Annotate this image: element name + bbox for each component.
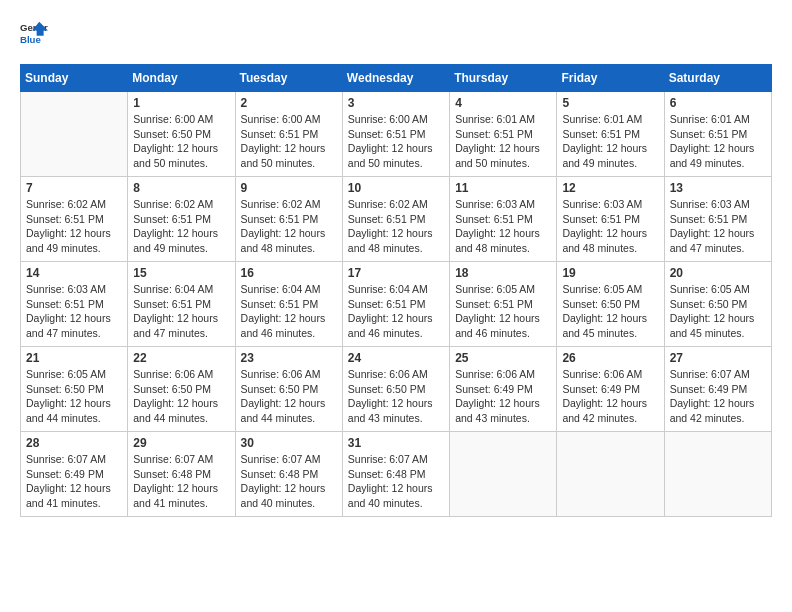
calendar-cell: 26Sunrise: 6:06 AM Sunset: 6:49 PM Dayli… <box>557 347 664 432</box>
logo-icon: GeneralBlue <box>20 20 48 48</box>
day-info: Sunrise: 6:06 AM Sunset: 6:49 PM Dayligh… <box>455 367 551 426</box>
calendar-cell <box>557 432 664 517</box>
day-info: Sunrise: 6:02 AM Sunset: 6:51 PM Dayligh… <box>348 197 444 256</box>
calendar-cell: 28Sunrise: 6:07 AM Sunset: 6:49 PM Dayli… <box>21 432 128 517</box>
calendar-cell: 18Sunrise: 6:05 AM Sunset: 6:51 PM Dayli… <box>450 262 557 347</box>
calendar-cell: 13Sunrise: 6:03 AM Sunset: 6:51 PM Dayli… <box>664 177 771 262</box>
calendar-cell: 16Sunrise: 6:04 AM Sunset: 6:51 PM Dayli… <box>235 262 342 347</box>
calendar-cell: 21Sunrise: 6:05 AM Sunset: 6:50 PM Dayli… <box>21 347 128 432</box>
day-info: Sunrise: 6:01 AM Sunset: 6:51 PM Dayligh… <box>562 112 658 171</box>
calendar-cell: 23Sunrise: 6:06 AM Sunset: 6:50 PM Dayli… <box>235 347 342 432</box>
day-number: 18 <box>455 266 551 280</box>
day-number: 6 <box>670 96 766 110</box>
calendar-week-4: 21Sunrise: 6:05 AM Sunset: 6:50 PM Dayli… <box>21 347 772 432</box>
day-info: Sunrise: 6:00 AM Sunset: 6:51 PM Dayligh… <box>348 112 444 171</box>
calendar-cell: 15Sunrise: 6:04 AM Sunset: 6:51 PM Dayli… <box>128 262 235 347</box>
calendar-cell <box>450 432 557 517</box>
calendar-cell: 24Sunrise: 6:06 AM Sunset: 6:50 PM Dayli… <box>342 347 449 432</box>
day-info: Sunrise: 6:02 AM Sunset: 6:51 PM Dayligh… <box>241 197 337 256</box>
calendar-cell: 6Sunrise: 6:01 AM Sunset: 6:51 PM Daylig… <box>664 92 771 177</box>
weekday-header-friday: Friday <box>557 65 664 92</box>
calendar-cell: 17Sunrise: 6:04 AM Sunset: 6:51 PM Dayli… <box>342 262 449 347</box>
calendar-cell: 5Sunrise: 6:01 AM Sunset: 6:51 PM Daylig… <box>557 92 664 177</box>
day-info: Sunrise: 6:05 AM Sunset: 6:50 PM Dayligh… <box>562 282 658 341</box>
day-number: 8 <box>133 181 229 195</box>
day-info: Sunrise: 6:04 AM Sunset: 6:51 PM Dayligh… <box>348 282 444 341</box>
calendar-cell: 10Sunrise: 6:02 AM Sunset: 6:51 PM Dayli… <box>342 177 449 262</box>
weekday-header-thursday: Thursday <box>450 65 557 92</box>
calendar-week-2: 7Sunrise: 6:02 AM Sunset: 6:51 PM Daylig… <box>21 177 772 262</box>
calendar-cell: 2Sunrise: 6:00 AM Sunset: 6:51 PM Daylig… <box>235 92 342 177</box>
calendar-cell: 25Sunrise: 6:06 AM Sunset: 6:49 PM Dayli… <box>450 347 557 432</box>
day-info: Sunrise: 6:00 AM Sunset: 6:50 PM Dayligh… <box>133 112 229 171</box>
day-number: 7 <box>26 181 122 195</box>
day-number: 16 <box>241 266 337 280</box>
logo: GeneralBlue <box>20 20 48 48</box>
calendar-cell: 3Sunrise: 6:00 AM Sunset: 6:51 PM Daylig… <box>342 92 449 177</box>
day-info: Sunrise: 6:00 AM Sunset: 6:51 PM Dayligh… <box>241 112 337 171</box>
day-number: 21 <box>26 351 122 365</box>
day-info: Sunrise: 6:07 AM Sunset: 6:48 PM Dayligh… <box>348 452 444 511</box>
day-number: 31 <box>348 436 444 450</box>
day-info: Sunrise: 6:01 AM Sunset: 6:51 PM Dayligh… <box>670 112 766 171</box>
calendar-cell <box>664 432 771 517</box>
day-info: Sunrise: 6:06 AM Sunset: 6:49 PM Dayligh… <box>562 367 658 426</box>
day-info: Sunrise: 6:02 AM Sunset: 6:51 PM Dayligh… <box>133 197 229 256</box>
day-info: Sunrise: 6:06 AM Sunset: 6:50 PM Dayligh… <box>348 367 444 426</box>
day-number: 11 <box>455 181 551 195</box>
calendar-cell: 29Sunrise: 6:07 AM Sunset: 6:48 PM Dayli… <box>128 432 235 517</box>
day-info: Sunrise: 6:01 AM Sunset: 6:51 PM Dayligh… <box>455 112 551 171</box>
day-info: Sunrise: 6:07 AM Sunset: 6:49 PM Dayligh… <box>670 367 766 426</box>
day-number: 20 <box>670 266 766 280</box>
day-info: Sunrise: 6:06 AM Sunset: 6:50 PM Dayligh… <box>241 367 337 426</box>
calendar-cell: 4Sunrise: 6:01 AM Sunset: 6:51 PM Daylig… <box>450 92 557 177</box>
day-number: 27 <box>670 351 766 365</box>
calendar-table: SundayMondayTuesdayWednesdayThursdayFrid… <box>20 64 772 517</box>
day-number: 19 <box>562 266 658 280</box>
day-info: Sunrise: 6:04 AM Sunset: 6:51 PM Dayligh… <box>133 282 229 341</box>
day-number: 29 <box>133 436 229 450</box>
day-info: Sunrise: 6:07 AM Sunset: 6:49 PM Dayligh… <box>26 452 122 511</box>
day-number: 3 <box>348 96 444 110</box>
day-number: 17 <box>348 266 444 280</box>
day-number: 24 <box>348 351 444 365</box>
day-number: 28 <box>26 436 122 450</box>
calendar-week-3: 14Sunrise: 6:03 AM Sunset: 6:51 PM Dayli… <box>21 262 772 347</box>
day-number: 15 <box>133 266 229 280</box>
day-info: Sunrise: 6:02 AM Sunset: 6:51 PM Dayligh… <box>26 197 122 256</box>
weekday-header-row: SundayMondayTuesdayWednesdayThursdayFrid… <box>21 65 772 92</box>
day-info: Sunrise: 6:07 AM Sunset: 6:48 PM Dayligh… <box>241 452 337 511</box>
weekday-header-saturday: Saturday <box>664 65 771 92</box>
day-number: 5 <box>562 96 658 110</box>
page-header: GeneralBlue <box>20 20 772 48</box>
day-number: 10 <box>348 181 444 195</box>
day-number: 12 <box>562 181 658 195</box>
calendar-cell: 22Sunrise: 6:06 AM Sunset: 6:50 PM Dayli… <box>128 347 235 432</box>
calendar-cell: 9Sunrise: 6:02 AM Sunset: 6:51 PM Daylig… <box>235 177 342 262</box>
calendar-cell: 12Sunrise: 6:03 AM Sunset: 6:51 PM Dayli… <box>557 177 664 262</box>
weekday-header-tuesday: Tuesday <box>235 65 342 92</box>
day-info: Sunrise: 6:06 AM Sunset: 6:50 PM Dayligh… <box>133 367 229 426</box>
day-number: 25 <box>455 351 551 365</box>
calendar-cell: 1Sunrise: 6:00 AM Sunset: 6:50 PM Daylig… <box>128 92 235 177</box>
day-info: Sunrise: 6:04 AM Sunset: 6:51 PM Dayligh… <box>241 282 337 341</box>
calendar-cell: 20Sunrise: 6:05 AM Sunset: 6:50 PM Dayli… <box>664 262 771 347</box>
calendar-cell: 11Sunrise: 6:03 AM Sunset: 6:51 PM Dayli… <box>450 177 557 262</box>
day-info: Sunrise: 6:03 AM Sunset: 6:51 PM Dayligh… <box>455 197 551 256</box>
day-number: 2 <box>241 96 337 110</box>
calendar-cell: 19Sunrise: 6:05 AM Sunset: 6:50 PM Dayli… <box>557 262 664 347</box>
calendar-week-5: 28Sunrise: 6:07 AM Sunset: 6:49 PM Dayli… <box>21 432 772 517</box>
calendar-cell: 8Sunrise: 6:02 AM Sunset: 6:51 PM Daylig… <box>128 177 235 262</box>
calendar-cell: 27Sunrise: 6:07 AM Sunset: 6:49 PM Dayli… <box>664 347 771 432</box>
calendar-cell <box>21 92 128 177</box>
day-number: 9 <box>241 181 337 195</box>
calendar-cell: 7Sunrise: 6:02 AM Sunset: 6:51 PM Daylig… <box>21 177 128 262</box>
calendar-week-1: 1Sunrise: 6:00 AM Sunset: 6:50 PM Daylig… <box>21 92 772 177</box>
weekday-header-monday: Monday <box>128 65 235 92</box>
day-info: Sunrise: 6:05 AM Sunset: 6:50 PM Dayligh… <box>670 282 766 341</box>
weekday-header-sunday: Sunday <box>21 65 128 92</box>
day-number: 13 <box>670 181 766 195</box>
day-info: Sunrise: 6:03 AM Sunset: 6:51 PM Dayligh… <box>670 197 766 256</box>
day-info: Sunrise: 6:03 AM Sunset: 6:51 PM Dayligh… <box>562 197 658 256</box>
weekday-header-wednesday: Wednesday <box>342 65 449 92</box>
